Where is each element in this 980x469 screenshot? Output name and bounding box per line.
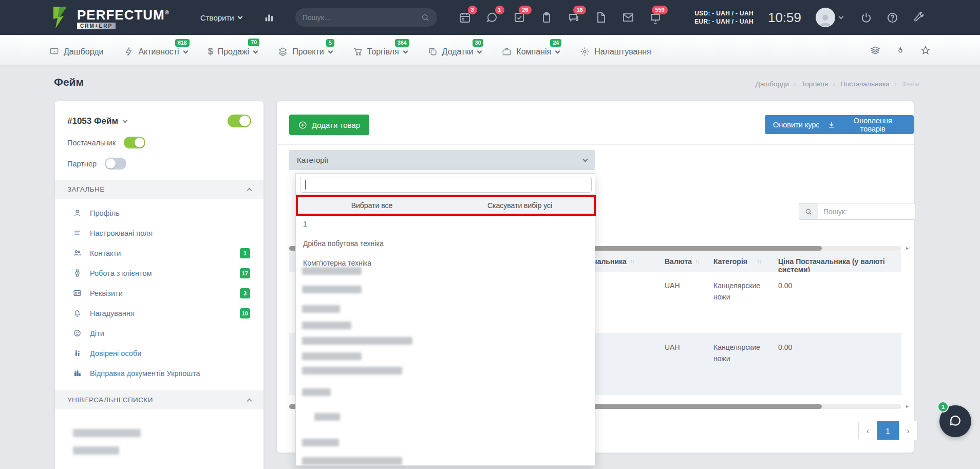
supplier-toggle[interactable]: [124, 137, 145, 148]
tasks-icon[interactable]: 26: [513, 11, 525, 24]
chevron-down-icon: [555, 48, 560, 53]
sidebar-item-ukrposhta[interactable]: Відправка документів Укрпошта: [55, 363, 263, 383]
sort-icon[interactable]: ↑↓: [695, 258, 699, 265]
nav-settings[interactable]: Налаштування: [580, 44, 651, 57]
board-icon[interactable]: 559: [649, 11, 662, 24]
document-icon[interactable]: [595, 11, 607, 24]
dropdown-option[interactable]: Комп'ютерна техніка: [303, 259, 371, 267]
briefcase-icon: [502, 47, 512, 57]
download-icon: [827, 121, 836, 129]
breadcrumb-suppliers[interactable]: Постачальники: [840, 80, 889, 88]
nav-dashboards[interactable]: Дашборди: [49, 44, 103, 57]
update-rate-button[interactable]: Оновити курс: [765, 115, 828, 134]
nav-trade[interactable]: Торгівля 364: [353, 44, 407, 57]
sidebar-item-custom-fields[interactable]: Настроювані поля: [55, 223, 263, 243]
global-search-input[interactable]: [303, 13, 421, 22]
settings-wrench-icon[interactable]: [913, 12, 925, 24]
chevron-down-icon: [583, 157, 588, 162]
chat-icon[interactable]: 1: [486, 11, 498, 24]
sort-icon[interactable]: ↑↓: [630, 258, 634, 265]
dropdown-search-input[interactable]: [300, 177, 592, 193]
sidebar-item-requisites[interactable]: Реквізити 3: [55, 283, 263, 303]
redacted-option: [302, 388, 331, 396]
column-category[interactable]: Категорія ↑↓: [713, 257, 761, 266]
pagination-prev[interactable]: ‹: [859, 421, 877, 440]
list-icon: [72, 229, 82, 237]
clipboard-icon[interactable]: [540, 11, 553, 24]
top-header: PERFECTUM® CRM+ERP Створити 3 1 26: [0, 0, 980, 35]
logout-icon[interactable]: [860, 12, 872, 24]
logo[interactable]: PERFECTUM® CRM+ERP: [51, 6, 169, 29]
avatar-chevron-icon[interactable]: [839, 14, 844, 20]
fire-icon[interactable]: [896, 45, 905, 55]
redacted-sidebar-item: [73, 446, 119, 455]
record-title[interactable]: #1053 Фейм: [67, 116, 127, 126]
nav-company[interactable]: Компанія 24: [502, 44, 559, 57]
global-search[interactable]: [295, 8, 437, 27]
scroll-right-arrow-icon[interactable]: ▸: [906, 245, 909, 251]
column-currency[interactable]: Валюта ↑↓: [665, 257, 699, 266]
pagination-next[interactable]: ›: [899, 421, 917, 440]
nav-activities[interactable]: Активності 618: [124, 44, 187, 57]
table-search-input[interactable]: [818, 203, 915, 220]
sidebar-item-trusted-persons[interactable]: Довірені особи: [55, 343, 263, 363]
dashboard-icon: [49, 47, 59, 57]
two-persons-icon: [72, 349, 82, 358]
watch-icon: [72, 269, 82, 277]
sidebar-item-reminders[interactable]: Нагадування 10: [55, 303, 263, 323]
star-icon[interactable]: [920, 45, 931, 55]
category-select[interactable]: Категорії: [289, 150, 595, 170]
brand-name: PERFECTUM®: [77, 6, 169, 22]
add-product-button[interactable]: Додати товар: [289, 115, 369, 135]
gear-icon: [580, 47, 590, 57]
user-icon: [72, 209, 82, 217]
partner-toggle-label: Партнер: [67, 160, 97, 168]
stack-icon[interactable]: [870, 45, 880, 55]
create-button[interactable]: Створити: [200, 13, 242, 22]
main-nav: Дашборди Активності 618 $ Продажі 70 Про…: [0, 35, 980, 66]
dropdown-option[interactable]: Дрібна побутова техніка: [303, 239, 384, 248]
select-all-button[interactable]: Вибрати все: [298, 201, 446, 210]
mass-actions-row-highlighted: Вибрати все Скасувати вибір усі: [296, 195, 596, 216]
breadcrumb-trade[interactable]: Торгівля: [801, 80, 828, 88]
id-card-icon: [72, 289, 82, 297]
redacted-option: [302, 337, 412, 345]
sidebar-item-children[interactable]: Діти: [55, 323, 263, 343]
calendar-icon[interactable]: 3: [459, 11, 471, 24]
cell-price: 0.00: [778, 342, 792, 353]
chat-widget-button[interactable]: 1: [939, 405, 971, 437]
sidebar-item-profile[interactable]: Профіль: [55, 203, 263, 223]
deselect-all-button[interactable]: Скасувати вибір усі: [446, 201, 594, 210]
board-badge: 559: [652, 6, 667, 14]
redacted-option: [302, 367, 402, 374]
avatar[interactable]: [816, 8, 835, 27]
pagination-page-1[interactable]: 1: [877, 421, 899, 440]
chevron-up-icon: [247, 399, 252, 404]
partner-toggle[interactable]: [105, 158, 126, 170]
breadcrumb-dashboards[interactable]: Дашборди: [756, 80, 789, 88]
mail-icon[interactable]: [622, 11, 634, 24]
scroll-right-arrow-icon[interactable]: ▸: [906, 403, 909, 409]
record-active-toggle[interactable]: [228, 115, 251, 127]
usd-rate: USD: - UAH / - UAH: [694, 9, 753, 17]
bell-icon: [72, 309, 82, 317]
sort-icon[interactable]: ↑↓: [757, 258, 761, 265]
bar-chart-icon[interactable]: [263, 12, 275, 23]
layers-icon: [278, 47, 288, 57]
nav-addons[interactable]: Додатки 30: [428, 44, 482, 57]
help-icon[interactable]: [887, 12, 898, 24]
section-universal-lists[interactable]: УНІВЕРСАЛЬНІ СПИСКИ: [55, 390, 263, 409]
update-products-button[interactable]: Оновлення товарів: [819, 115, 914, 134]
breadcrumb-separator: ›: [794, 81, 796, 88]
nav-projects[interactable]: Проекти 5: [278, 44, 332, 57]
sidebar-item-contacts[interactable]: Контакти 1: [55, 243, 263, 263]
comments-icon[interactable]: 16: [568, 11, 580, 24]
sidebar-item-client-work[interactable]: Робота з клієнтом 17: [55, 263, 263, 283]
chevron-down-icon: [237, 14, 242, 20]
section-general[interactable]: ЗАГАЛЬНЕ: [55, 180, 263, 199]
redacted-option: [302, 439, 339, 446]
dropdown-option[interactable]: 1: [303, 220, 307, 228]
nav-sales[interactable]: $ Продажі 70: [208, 43, 257, 57]
search-icon: [421, 13, 430, 22]
dollar-icon: $: [208, 46, 213, 57]
